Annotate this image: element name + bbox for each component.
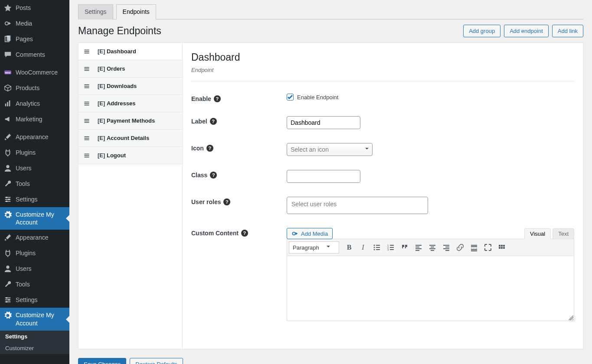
sidebar-item-customize-my-account[interactable]: Customize My Account (0, 207, 69, 230)
media-icon (3, 19, 12, 28)
add-link-button[interactable]: Add link (552, 25, 583, 37)
help-icon[interactable]: ? (206, 145, 213, 152)
svg-point-16 (292, 232, 295, 235)
svg-point-12 (6, 266, 9, 269)
align-center-button[interactable] (426, 241, 439, 254)
svg-rect-6 (7, 102, 8, 106)
endpoint-item-downloads[interactable]: [E] Downloads (78, 78, 182, 95)
svg-rect-28 (503, 247, 505, 249)
bullet-list-button[interactable] (370, 241, 383, 254)
user-roles-select[interactable]: Select user roles (287, 197, 428, 214)
svg-text:3: 3 (387, 248, 389, 251)
label-label: Label ? (191, 116, 287, 125)
help-icon[interactable]: ? (223, 198, 230, 205)
detail-title: Dashboard (191, 52, 574, 63)
sidebar-item-pages[interactable]: Pages (0, 31, 69, 47)
endpoint-item-account-details[interactable]: [E] Account Details (78, 130, 182, 147)
svg-point-9 (6, 197, 8, 198)
comment-icon (3, 50, 12, 59)
sidebar-item-users-2[interactable]: Users (0, 261, 69, 276)
sidebar-item-customize-my-account-2[interactable]: Customize My Account (0, 308, 69, 330)
box-icon (3, 84, 12, 92)
editor-tab-text[interactable]: Text (553, 228, 574, 239)
sidebar-sub-settings[interactable]: Settings (0, 331, 69, 342)
sidebar-item-appearance-2[interactable]: Appearance (0, 230, 69, 245)
italic-button[interactable]: I (357, 241, 370, 254)
woo-icon: woo (3, 68, 12, 77)
media-icon (291, 230, 298, 237)
align-right-button[interactable] (440, 241, 453, 254)
enable-endpoint-checkbox[interactable] (287, 94, 294, 101)
help-icon[interactable]: ? (241, 230, 248, 237)
sidebar-item-analytics[interactable]: Analytics (0, 96, 69, 111)
endpoint-item-logout[interactable]: [E] Logout (78, 147, 182, 164)
sidebar-item-plugins[interactable]: Plugins (0, 145, 69, 160)
sidebar-item-products[interactable]: Products (0, 80, 69, 96)
restore-defaults-button[interactable]: Restore Defaults (130, 358, 183, 364)
editor-toolbar: Paragraph B I 123 (287, 239, 574, 256)
megaphone-icon (3, 115, 12, 124)
sidebar-item-tools[interactable]: Tools (0, 176, 69, 192)
sidebar-item-media[interactable]: Media (0, 16, 69, 31)
endpoint-item-payment-methods[interactable]: [E] Payment Methods (78, 112, 182, 130)
svg-point-11 (6, 201, 8, 202)
tab-endpoints[interactable]: Endpoints (116, 4, 156, 20)
sidebar-item-settings-2[interactable]: Settings (0, 292, 69, 308)
icon-select[interactable]: Select an icon (287, 143, 373, 156)
wrench-icon (3, 179, 12, 188)
sidebar-sub-customizer[interactable]: Customizer (0, 342, 69, 354)
format-select[interactable]: Paragraph (289, 241, 339, 254)
svg-rect-2 (7, 36, 10, 41)
sliders-icon (3, 296, 12, 304)
add-media-button[interactable]: Add Media (287, 228, 333, 239)
plugin-icon (3, 148, 12, 157)
endpoint-item-addresses[interactable]: [E] Addresses (78, 95, 182, 112)
drag-handle-icon[interactable] (84, 101, 90, 107)
main-content: Settings Endpoints Manage Endpoints Add … (69, 0, 592, 364)
drag-handle-icon[interactable] (84, 135, 90, 141)
help-icon[interactable]: ? (210, 118, 217, 125)
help-icon[interactable]: ? (214, 95, 221, 102)
endpoint-item-orders[interactable]: [E] Orders (78, 60, 182, 78)
align-left-button[interactable] (412, 241, 425, 254)
numbered-list-button[interactable]: 123 (384, 241, 397, 254)
sidebar-submenu: Settings Customizer (0, 331, 69, 354)
svg-rect-27 (501, 247, 503, 249)
sidebar-item-woocommerce[interactable]: woo WooCommerce (0, 65, 69, 80)
analytics-icon (3, 99, 12, 108)
sidebar-item-comments[interactable]: Comments (0, 47, 69, 62)
read-more-button[interactable] (468, 241, 481, 254)
brush-icon (3, 133, 12, 141)
svg-point-19 (374, 249, 375, 250)
sidebar-item-appearance[interactable]: Appearance (0, 129, 69, 145)
add-endpoint-button[interactable]: Add endpoint (504, 25, 549, 37)
editor-tab-visual[interactable]: Visual (524, 228, 551, 239)
content-editor[interactable] (287, 256, 574, 321)
blockquote-button[interactable] (398, 241, 411, 254)
svg-text:woo: woo (5, 71, 11, 74)
fullscreen-button[interactable] (481, 241, 494, 254)
bold-button[interactable]: B (343, 241, 356, 254)
endpoint-item-dashboard[interactable]: [E] Dashboard (78, 43, 182, 60)
add-group-button[interactable]: Add group (463, 25, 500, 37)
drag-handle-icon[interactable] (84, 49, 90, 55)
link-button[interactable] (454, 241, 467, 254)
help-icon[interactable]: ? (210, 172, 217, 179)
drag-handle-icon[interactable] (84, 153, 90, 159)
save-changes-button[interactable]: Save Changes (78, 358, 126, 364)
drag-handle-icon[interactable] (84, 66, 90, 72)
sidebar-item-settings[interactable]: Settings (0, 192, 69, 207)
drag-handle-icon[interactable] (84, 83, 90, 89)
toolbar-toggle-button[interactable] (495, 241, 508, 254)
sidebar-item-posts[interactable]: Posts (0, 0, 69, 16)
sidebar-item-plugins-2[interactable]: Plugins (0, 245, 69, 261)
sidebar-item-tools-2[interactable]: Tools (0, 276, 69, 292)
class-input[interactable] (287, 170, 360, 183)
label-input[interactable] (287, 116, 360, 129)
drag-handle-icon[interactable] (84, 118, 90, 124)
tab-settings[interactable]: Settings (78, 4, 113, 20)
gear-icon (3, 211, 12, 219)
brush-icon (3, 233, 12, 242)
sidebar-item-marketing[interactable]: Marketing (0, 111, 69, 127)
sidebar-item-users[interactable]: Users (0, 160, 69, 176)
